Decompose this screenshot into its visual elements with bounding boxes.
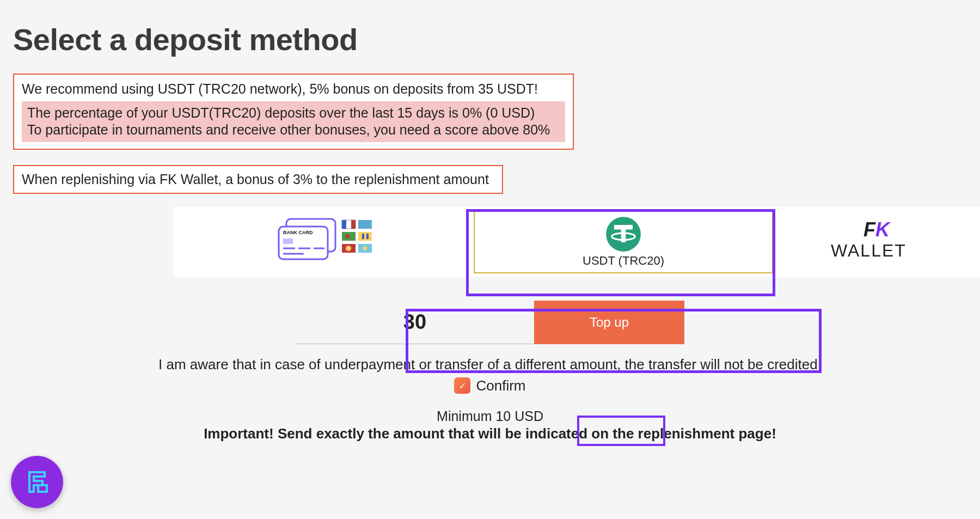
payment-methods-row: BANK CARD USDT (TRC20) F [173,207,980,277]
deposit-pct-text: The percentage of your USDT(TRC20) depos… [27,105,560,121]
svg-rect-3 [283,239,293,244]
disclaimer-text: I am aware that in case of underpayment … [0,356,980,373]
logo-icon [23,468,51,496]
method-usdt-selected-frame: USDT (TRC20) [474,210,773,273]
svg-rect-14 [358,232,372,241]
deposit-score-panel: The percentage of your USDT(TRC20) depos… [22,101,565,142]
amount-input[interactable] [296,301,534,344]
check-icon: ✓ [459,381,466,391]
info-box-fk-bonus: When replenishing via FK Wallet, a bonus… [13,165,503,194]
important-text: Important! Send exactly the amount that … [0,425,980,442]
svg-point-18 [346,246,351,251]
score-requirement-text: To participate in tournaments and receiv… [27,121,560,138]
method-usdt-label: USDT (TRC20) [583,254,664,268]
svg-text:BANK CARD: BANK CARD [283,230,313,235]
svg-point-13 [345,234,350,239]
fk-wallet-icon: F K WALLET [831,217,923,266]
confirm-row: ✓ Confirm [0,377,980,394]
amount-box: Top up [296,301,684,344]
floating-logo-button[interactable] [11,456,63,508]
svg-text:WALLET: WALLET [831,241,906,260]
page-title: Select a deposit method [0,0,980,57]
confirm-checkbox[interactable]: ✓ [454,377,470,394]
svg-text:K: K [875,218,891,241]
bank-card-icon: BANK CARD [271,215,375,269]
tether-icon [605,216,642,253]
amount-section: Top up [0,301,980,344]
method-usdt-trc20[interactable]: USDT (TRC20) [474,207,773,277]
info-box-usdt-recommend: We recommend using USDT (TRC20 network),… [13,74,574,150]
top-up-button[interactable]: Top up [534,301,684,344]
recommend-text: We recommend using USDT (TRC20 network),… [22,81,565,97]
svg-point-20 [363,246,367,251]
svg-text:F: F [863,218,876,241]
confirm-label: Confirm [476,377,525,394]
method-fk-wallet[interactable]: F K WALLET [774,207,980,277]
svg-rect-9 [342,220,346,229]
svg-rect-11 [358,220,372,229]
svg-rect-15 [362,234,364,239]
svg-rect-10 [351,220,356,229]
svg-rect-16 [366,234,369,239]
method-bank-card[interactable]: BANK CARD [173,207,473,277]
minimum-text: Minimum 10 USD [0,408,980,424]
